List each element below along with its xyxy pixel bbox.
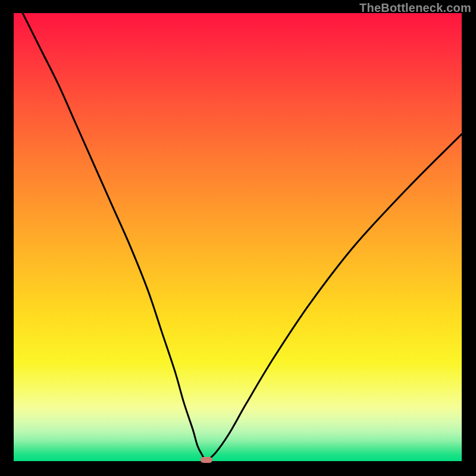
bottleneck-curve: [14, 13, 462, 461]
minimum-marker: [201, 457, 212, 463]
watermark-text: TheBottleneck.com: [359, 1, 471, 15]
chart-frame: [14, 13, 462, 461]
